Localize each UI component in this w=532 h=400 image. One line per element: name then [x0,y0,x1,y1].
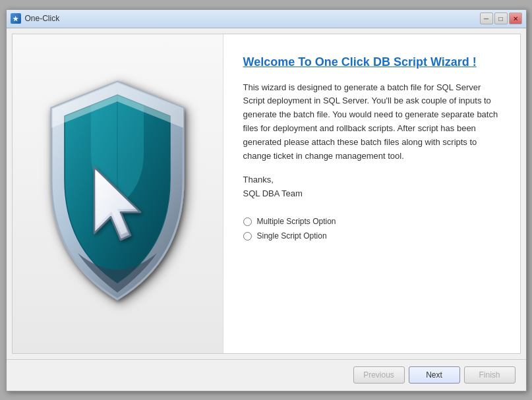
options-section: Multiple Scripts Option Single Script Op… [243,217,500,241]
left-panel [13,34,223,353]
app-icon: ★ [11,13,21,24]
minimize-button[interactable]: ─ [480,13,493,24]
wizard-description: This wizard is designed to generate a ba… [243,81,500,163]
right-panel: Welcome To One Click DB Script Wizard ! … [223,34,520,353]
window-title: One-Click [25,14,60,23]
multiple-scripts-option[interactable]: Multiple Scripts Option [243,217,500,226]
title-bar-left: ★ One-Click [11,13,60,24]
multiple-scripts-label: Multiple Scripts Option [257,217,336,226]
single-script-radio[interactable] [243,232,252,241]
close-button[interactable]: ✕ [509,13,522,24]
title-bar: ★ One-Click ─ □ ✕ [7,10,526,28]
footer-bar: Previous Next Finish [7,359,526,391]
previous-button[interactable]: Previous [353,366,405,384]
content-area: Welcome To One Click DB Script Wizard ! … [12,34,521,354]
thanks-line2: SQL DBA Team [243,187,500,201]
maximize-button[interactable]: □ [494,13,508,24]
next-button[interactable]: Next [409,366,460,384]
shield-icon [38,75,196,312]
single-script-option[interactable]: Single Script Option [243,231,500,241]
title-buttons: ─ □ ✕ [480,13,522,24]
main-window: ★ One-Click ─ □ ✕ [6,9,527,391]
multiple-scripts-radio[interactable] [243,217,252,226]
thanks-line1: Thanks, [243,173,500,187]
finish-button[interactable]: Finish [464,366,516,384]
shield-container [32,55,203,332]
wizard-title: Welcome To One Click DB Script Wizard ! [243,54,500,71]
thanks-section: Thanks, SQL DBA Team [243,173,500,201]
single-script-label: Single Script Option [257,231,327,241]
